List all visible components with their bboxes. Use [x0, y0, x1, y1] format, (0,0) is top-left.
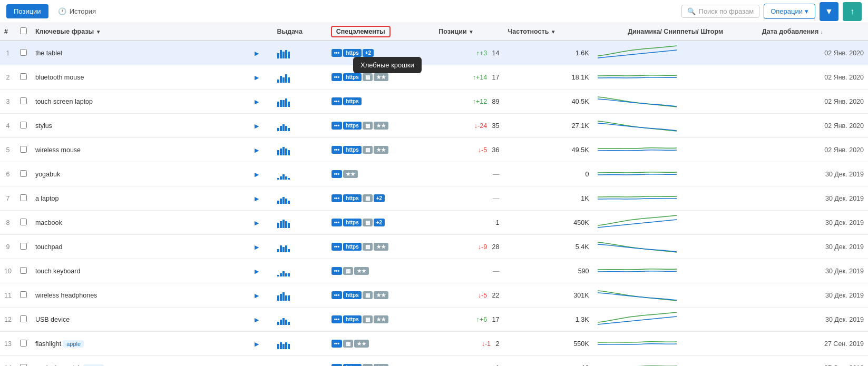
- tab-history[interactable]: 🕐 История: [51, 4, 103, 18]
- sparkline-cell: [593, 235, 758, 259]
- sort-arrow-pos: ▼: [469, 29, 474, 35]
- expand-row-button[interactable]: ▶: [253, 292, 260, 299]
- vydacha-cell: [273, 186, 327, 211]
- row-checkbox[interactable]: [20, 73, 27, 80]
- row-checkbox[interactable]: [20, 364, 27, 367]
- vydacha-bars: [277, 145, 293, 155]
- keyword-text: the tablet: [35, 50, 62, 57]
- pos-value: 1: [496, 219, 500, 226]
- expand-row-button[interactable]: ▶: [253, 50, 260, 57]
- row-checkbox[interactable]: [20, 340, 27, 347]
- toolbar-right: 🔍 Поиск по фразам Операции ▾ ▼ ↑: [681, 2, 862, 21]
- badge-https: https: [343, 122, 361, 130]
- spec-cell: •••https▦★★: [327, 283, 434, 308]
- expand-arrow-cell[interactable]: ▶: [249, 41, 272, 65]
- row-number: 8: [0, 211, 16, 235]
- spec-cell: •••https: [327, 90, 434, 114]
- vydacha-bars: [277, 169, 293, 180]
- row-number: 7: [0, 186, 16, 211]
- col-arrow-spacer: [249, 23, 272, 41]
- row-checkbox[interactable]: [20, 219, 27, 225]
- table-row: 12 USB device ▶ •••https▦★★ ↑+6 17 1.3K …: [0, 308, 868, 332]
- row-checkbox[interactable]: [20, 49, 27, 56]
- col-vydacha: Выдача: [273, 23, 327, 41]
- row-checkbox[interactable]: [20, 243, 27, 250]
- row-number: 12: [0, 308, 16, 332]
- spec-cell: •••▦★★: [327, 332, 434, 356]
- row-checkbox[interactable]: [20, 315, 27, 322]
- tab-positions[interactable]: Позиции: [6, 4, 48, 18]
- vydacha-bars: [277, 96, 293, 107]
- expand-row-button[interactable]: ▶: [253, 195, 260, 202]
- pos-value: 17: [492, 74, 500, 81]
- expand-arrow-cell[interactable]: ▶: [249, 65, 272, 90]
- sparkline-cell: [593, 114, 758, 138]
- table-row: 8 macbook ▶ •••https▦+2 1 450K 30 Дек. 2…: [0, 211, 868, 235]
- row-checkbox[interactable]: [20, 170, 27, 177]
- freq-cell: 27.1K: [503, 114, 593, 138]
- table-header-row: # Ключевые фразы ▼ Выдача Спецэлементы П…: [0, 23, 868, 41]
- expand-arrow-cell[interactable]: ▶: [249, 308, 272, 332]
- keyword-text: apple the watch: [35, 364, 82, 367]
- keyword-text: stylus: [35, 122, 52, 130]
- vydacha-bars: [277, 266, 293, 276]
- expand-arrow-cell[interactable]: ▶: [249, 332, 272, 356]
- pos-value: 14: [492, 50, 500, 57]
- badge-stars: ★★: [374, 122, 388, 130]
- spec-cell: •••▦★★: [327, 259, 434, 283]
- table-row: 9 touchpad ▶ •••https▦★★ ↓-9 28 5.4K 30 …: [0, 235, 868, 259]
- badge-https: https: [343, 243, 361, 251]
- row-checkbox[interactable]: [20, 291, 27, 298]
- row-checkbox[interactable]: [20, 122, 27, 128]
- expand-arrow-cell[interactable]: ▶: [249, 90, 272, 114]
- badge-stars: ★★: [354, 340, 369, 348]
- expand-row-button[interactable]: ▶: [253, 147, 260, 154]
- expand-row-button[interactable]: ▶: [253, 123, 260, 130]
- expand-arrow-cell[interactable]: ▶: [249, 356, 272, 367]
- row-checkbox[interactable]: [20, 267, 27, 274]
- col-chast[interactable]: Частотность ▼: [503, 23, 593, 41]
- row-checkbox[interactable]: [20, 194, 27, 201]
- keyword-text: bluetooth mouse: [35, 74, 84, 81]
- expand-row-button[interactable]: ▶: [253, 74, 260, 81]
- spec-cell: •••★★: [327, 162, 434, 186]
- expand-arrow-cell[interactable]: ▶: [249, 211, 272, 235]
- expand-arrow-cell[interactable]: ▶: [249, 283, 272, 308]
- expand-arrow-cell[interactable]: ▶: [249, 186, 272, 211]
- expand-arrow-cell[interactable]: ▶: [249, 138, 272, 162]
- col-keyword[interactable]: Ключевые фразы ▼: [31, 23, 249, 41]
- row-checkbox[interactable]: [20, 146, 27, 153]
- position-cell: —: [434, 162, 503, 186]
- row-checkbox-cell: [16, 259, 31, 283]
- vydacha-bars: [277, 363, 293, 367]
- row-checkbox[interactable]: [20, 97, 27, 104]
- col-date[interactable]: Дата добавления ↓: [758, 23, 868, 41]
- col-pozicii[interactable]: Позиции ▼: [434, 23, 503, 41]
- expand-row-button[interactable]: ▶: [253, 98, 260, 105]
- expand-row-button[interactable]: ▶: [253, 341, 260, 348]
- operations-button[interactable]: Операции ▾: [764, 4, 815, 19]
- badge-https: https: [343, 364, 361, 366]
- filter-button[interactable]: ▼: [820, 2, 838, 21]
- expand-arrow-cell[interactable]: ▶: [249, 235, 272, 259]
- export-button[interactable]: ↑: [843, 2, 862, 21]
- row-checkbox-cell: [16, 308, 31, 332]
- expand-row-button[interactable]: ▶: [253, 220, 260, 226]
- expand-row-button[interactable]: ▶: [253, 316, 260, 323]
- table-row: 14 apple the watchapple ▶ •••https▦★★ 1 …: [0, 356, 868, 367]
- main-table-container: # Ключевые фразы ▼ Выдача Спецэлементы П…: [0, 23, 868, 366]
- badge-dots: •••: [331, 291, 343, 299]
- expand-arrow-cell[interactable]: ▶: [249, 259, 272, 283]
- spec-cell: •••https▦★★: [327, 235, 434, 259]
- freq-cell: 550K: [503, 332, 593, 356]
- select-all-checkbox[interactable]: [20, 27, 27, 34]
- expand-arrow-cell[interactable]: ▶: [249, 114, 272, 138]
- expand-row-button[interactable]: ▶: [253, 268, 260, 275]
- expand-row-button[interactable]: ▶: [253, 244, 260, 251]
- position-cell: ↓-5 36: [434, 138, 503, 162]
- vydacha-cell: [273, 65, 327, 90]
- expand-row-button[interactable]: ▶: [253, 171, 260, 178]
- pos-value: 2: [496, 340, 500, 348]
- expand-arrow-cell[interactable]: ▶: [249, 162, 272, 186]
- date-cell: 02 Янв. 2020: [758, 41, 868, 65]
